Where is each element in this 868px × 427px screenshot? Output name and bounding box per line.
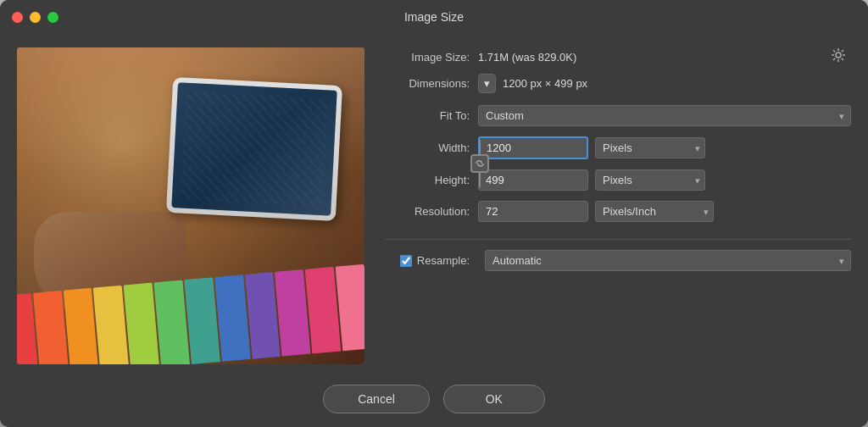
svg-line-6	[842, 58, 843, 60]
width-input[interactable]	[478, 136, 588, 159]
dimensions-label: Dimensions:	[385, 77, 470, 90]
width-unit-select[interactable]: Pixels Inches Centimeters Millimeters Pe…	[595, 137, 705, 158]
link-icon	[474, 158, 486, 169]
height-unit-select[interactable]: Pixels Inches Centimeters Millimeters Pe…	[595, 169, 705, 191]
pencil-9	[245, 272, 281, 359]
width-unit-wrapper: Pixels Inches Centimeters Millimeters Pe…	[595, 137, 705, 158]
fit-to-wrapper: Custom Original Size Screen Print	[478, 105, 851, 126]
resample-label: Resample:	[417, 254, 470, 267]
ok-button[interactable]: OK	[443, 385, 545, 413]
controls-panel: Image Size: 1.71M (was 829.0K)	[385, 47, 851, 364]
resample-row: Resample: Automatic Preserve Details Bic…	[385, 250, 851, 271]
height-row: Height: Pixels Inches Centimeters Millim…	[385, 169, 851, 191]
image-size-dialog: Image Size	[0, 0, 868, 427]
gear-icon	[831, 47, 846, 63]
fit-to-row: Fit To: Custom Original Size Screen Prin…	[385, 105, 851, 126]
image-simulation	[17, 47, 364, 364]
resolution-unit-select[interactable]: Pixels/Inch Pixels/Centimeter	[595, 201, 714, 222]
resample-method-wrapper: Automatic Preserve Details Bicubic Smoot…	[485, 250, 851, 271]
pencil-2	[33, 291, 69, 364]
fit-to-label: Fit To:	[385, 109, 470, 122]
height-unit-wrapper: Pixels Inches Centimeters Millimeters Pe…	[595, 169, 705, 191]
pencil-7	[184, 277, 220, 364]
dialog-title: Image Size	[404, 10, 464, 24]
resolution-row: Resolution: Pixels/Inch Pixels/Centimete…	[385, 201, 851, 222]
width-height-section: Width: Pixels Inches Centimeters Millime…	[385, 136, 851, 191]
dialog-body: Image Size: 1.71M (was 829.0K)	[0, 34, 868, 378]
dimensions-dropdown[interactable]: ▾	[478, 74, 496, 93]
fit-to-select[interactable]: Custom Original Size Screen Print	[478, 105, 851, 126]
width-row: Width: Pixels Inches Centimeters Millime…	[385, 136, 851, 159]
height-label: Height:	[385, 174, 470, 186]
close-button[interactable]	[12, 12, 23, 23]
resample-checkbox[interactable]	[400, 255, 412, 267]
maximize-button[interactable]	[47, 12, 58, 23]
resolution-input[interactable]	[478, 201, 588, 222]
svg-line-8	[833, 58, 835, 60]
window-controls	[12, 12, 58, 23]
svg-line-7	[842, 50, 843, 52]
title-bar: Image Size	[0, 0, 868, 34]
divider	[385, 239, 851, 240]
svg-line-5	[833, 50, 835, 52]
resolution-label: Resolution:	[385, 205, 470, 218]
width-label: Width:	[385, 141, 470, 154]
pencil-11	[305, 267, 341, 354]
cancel-button[interactable]: Cancel	[323, 385, 430, 413]
pencil-8	[214, 274, 250, 362]
image-size-value: 1.71M (was 829.0K)	[478, 51, 576, 64]
pencil-10	[275, 269, 310, 357]
minimize-button[interactable]	[30, 12, 41, 23]
resample-method-select[interactable]: Automatic Preserve Details Bicubic Smoot…	[485, 250, 851, 271]
resample-checkbox-area: Resample:	[385, 254, 470, 267]
height-input[interactable]	[478, 169, 588, 191]
resolution-unit-wrapper: Pixels/Inch Pixels/Centimeter	[595, 201, 714, 222]
image-size-label: Image Size:	[385, 51, 470, 64]
gear-button[interactable]	[826, 46, 851, 69]
dimensions-value: 1200 px × 499 px	[503, 77, 587, 90]
image-size-row: Image Size: 1.71M (was 829.0K)	[385, 51, 851, 64]
image-preview	[17, 47, 364, 364]
svg-point-0	[836, 53, 841, 58]
dimensions-row: Dimensions: ▾ 1200 px × 499 px	[385, 74, 851, 93]
footer-buttons: Cancel OK	[0, 378, 868, 427]
